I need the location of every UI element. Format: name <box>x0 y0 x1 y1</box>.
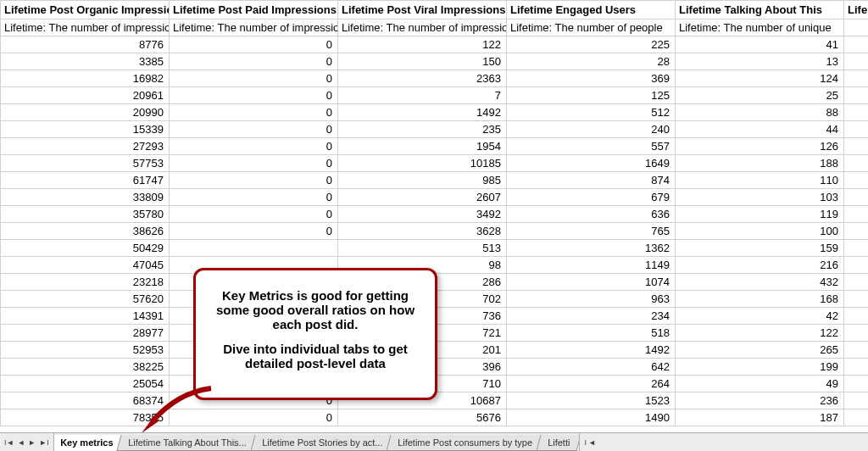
cell[interactable]: 33809 <box>1 189 170 206</box>
cell[interactable]: 124 <box>676 70 844 87</box>
cell[interactable]: 110 <box>676 172 844 189</box>
cell[interactable] <box>844 87 869 104</box>
cell[interactable]: 874 <box>507 172 676 189</box>
table-row[interactable]: 3578003492636119 <box>1 206 869 223</box>
cell[interactable]: 963 <box>507 291 676 308</box>
cell[interactable]: 518 <box>507 325 676 342</box>
cell[interactable] <box>844 409 869 426</box>
cell[interactable]: 38626 <box>1 223 170 240</box>
table-row[interactable]: 3380902607679103 <box>1 189 869 206</box>
cell[interactable]: 122 <box>676 325 844 342</box>
cell[interactable]: 0 <box>170 121 338 138</box>
sheet-tab[interactable]: Key metrics <box>54 435 125 451</box>
table-row[interactable]: 617470985874110 <box>1 172 869 189</box>
sheet-tab[interactable]: Lifetime Post consumers by type <box>387 435 544 451</box>
cell[interactable] <box>844 53 869 70</box>
cell[interactable]: 25 <box>676 87 844 104</box>
cell[interactable]: 0 <box>170 36 338 53</box>
cell[interactable]: 3492 <box>338 206 507 223</box>
column-header[interactable]: Lifetime Engaged Users <box>507 1 676 19</box>
cell[interactable]: 23218 <box>1 274 170 291</box>
cell[interactable]: 57753 <box>1 155 170 172</box>
table-row[interactable]: 8776012222541 <box>1 36 869 53</box>
tab-prev-icon[interactable]: ◄ <box>16 438 25 447</box>
cell[interactable] <box>844 189 869 206</box>
cell[interactable] <box>844 104 869 121</box>
cell[interactable]: 0 <box>170 70 338 87</box>
cell[interactable]: 265 <box>676 342 844 359</box>
cell[interactable]: 100 <box>676 223 844 240</box>
cell[interactable]: 57620 <box>1 291 170 308</box>
cell[interactable] <box>844 240 869 257</box>
cell[interactable]: 0 <box>170 223 338 240</box>
cell[interactable]: 20961 <box>1 87 170 104</box>
cell[interactable]: 1649 <box>507 155 676 172</box>
table-row[interactable]: 2729301954557126 <box>1 138 869 155</box>
cell[interactable]: 369 <box>507 70 676 87</box>
cell[interactable]: 1954 <box>338 138 507 155</box>
cell[interactable]: 187 <box>676 409 844 426</box>
table-row[interactable]: 78355056761490187 <box>1 409 869 426</box>
cell[interactable] <box>844 393 869 409</box>
cell[interactable]: 27293 <box>1 138 170 155</box>
cell[interactable]: 50429 <box>1 240 170 257</box>
cell[interactable]: 642 <box>507 359 676 376</box>
column-header[interactable]: Lifetime Talking About This <box>676 1 844 19</box>
cell[interactable]: 10185 <box>338 155 507 172</box>
column-header[interactable]: Lifetime Post Organic Impressions <box>1 1 170 19</box>
table-row[interactable]: 504295131362159 <box>1 240 869 257</box>
cell[interactable]: 61747 <box>1 172 170 189</box>
table-row[interactable]: 1698202363369124 <box>1 70 869 87</box>
cell[interactable] <box>844 257 869 274</box>
cell[interactable]: 16982 <box>1 70 170 87</box>
cell[interactable]: 159 <box>676 240 844 257</box>
cell[interactable] <box>844 342 869 359</box>
cell[interactable]: 240 <box>507 121 676 138</box>
cell[interactable]: 985 <box>338 172 507 189</box>
cell[interactable]: 20990 <box>1 104 170 121</box>
cell[interactable]: 2607 <box>338 189 507 206</box>
cell[interactable]: 13 <box>676 53 844 70</box>
cell[interactable]: 44 <box>676 121 844 138</box>
tab-first-icon[interactable]: I◄ <box>3 438 14 447</box>
cell[interactable]: 47045 <box>1 257 170 274</box>
column-header[interactable]: Lifetime Post Viral Impressions <box>338 1 507 19</box>
cell[interactable] <box>844 121 869 138</box>
cell[interactable]: 1492 <box>507 342 676 359</box>
table-row[interactable]: 209610712525 <box>1 87 869 104</box>
cell[interactable] <box>170 240 338 257</box>
table-row[interactable]: 15339023524044 <box>1 121 869 138</box>
cell[interactable]: 119 <box>676 206 844 223</box>
cell[interactable] <box>844 325 869 342</box>
cell[interactable]: 0 <box>170 206 338 223</box>
column-header[interactable]: Life <box>844 1 869 19</box>
cell[interactable]: 41 <box>676 36 844 53</box>
cell[interactable]: 1490 <box>507 409 676 426</box>
cell[interactable]: 2363 <box>338 70 507 87</box>
cell[interactable] <box>844 36 869 53</box>
cell[interactable]: 236 <box>676 393 844 409</box>
cell[interactable]: 38225 <box>1 359 170 376</box>
sheet-tab[interactable]: Lifetime Post Stories by act... <box>250 435 394 451</box>
cell[interactable]: 1492 <box>338 104 507 121</box>
cell[interactable] <box>844 291 869 308</box>
tab-scroll-right-icon[interactable]: ◄ <box>587 438 597 447</box>
cell[interactable]: 0 <box>170 189 338 206</box>
cell[interactable]: 28 <box>507 53 676 70</box>
cell[interactable]: 1149 <box>507 257 676 274</box>
cell[interactable]: 1074 <box>507 274 676 291</box>
cell[interactable]: 0 <box>170 104 338 121</box>
tab-last-icon[interactable]: ►I <box>38 438 49 447</box>
cell[interactable]: 264 <box>507 376 676 393</box>
cell[interactable] <box>844 172 869 189</box>
cell[interactable]: 1523 <box>507 393 676 409</box>
cell[interactable]: 125 <box>507 87 676 104</box>
cell[interactable]: 52953 <box>1 342 170 359</box>
cell[interactable]: 225 <box>507 36 676 53</box>
cell[interactable]: 49 <box>676 376 844 393</box>
cell[interactable]: 14391 <box>1 308 170 325</box>
cell[interactable]: 42 <box>676 308 844 325</box>
cell[interactable]: 0 <box>170 53 338 70</box>
cell[interactable] <box>844 359 869 376</box>
cell[interactable]: 0 <box>170 155 338 172</box>
